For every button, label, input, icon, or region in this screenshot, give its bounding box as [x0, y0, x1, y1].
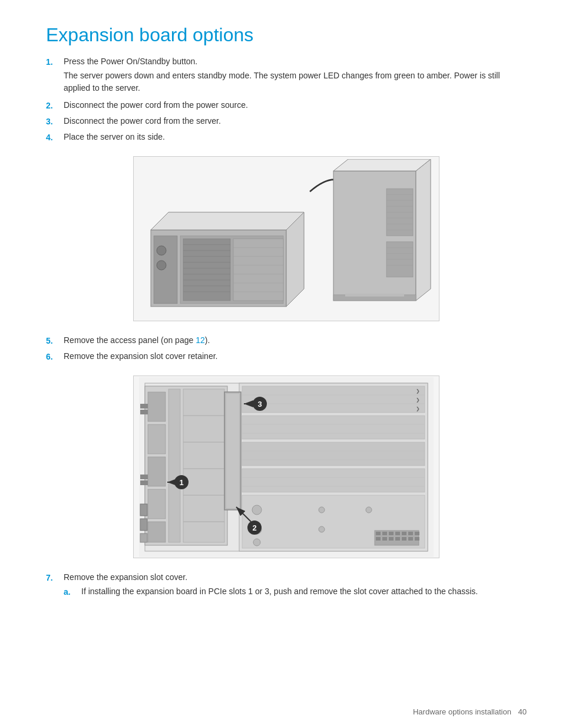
step-2-number: 2. [46, 100, 64, 110]
page-footer: Hardware options installation 40 [413, 707, 527, 716]
step-6: 6. Remove the expansion slot cover retai… [46, 351, 527, 361]
step-2: 2. Disconnect the power cord from the po… [46, 100, 527, 110]
svg-rect-93 [382, 537, 387, 541]
svg-rect-68 [242, 386, 425, 413]
svg-rect-66 [140, 533, 147, 542]
svg-rect-25 [156, 278, 159, 281]
step-1-number: 1. [46, 57, 64, 67]
svg-text:3: 3 [257, 400, 262, 409]
svg-rect-92 [376, 537, 381, 541]
step-7-main: Remove the expansion slot cover. [64, 572, 187, 582]
step-7-number: 7. [46, 572, 64, 582]
svg-rect-74 [242, 416, 425, 439]
svg-rect-88 [395, 532, 400, 535]
svg-point-104 [366, 507, 372, 513]
svg-rect-80 [242, 469, 425, 492]
svg-point-102 [319, 507, 325, 513]
step-7a-text: If installing the expansion board in PCI… [81, 587, 478, 596]
step-5-number: 5. [46, 335, 64, 345]
svg-rect-97 [408, 537, 413, 541]
svg-marker-28 [416, 159, 431, 301]
server-svg [139, 159, 434, 318]
step-4: 4. Place the server on its side. [46, 132, 527, 142]
steps-list-2: 5. Remove the access panel (on page 12).… [46, 335, 527, 361]
step-7a: a. If installing the expansion board in … [64, 587, 527, 597]
svg-rect-15 [233, 239, 283, 301]
footer-left: Hardware options installation [413, 707, 511, 716]
svg-rect-86 [382, 532, 387, 535]
step-5-link[interactable]: 12 [196, 335, 205, 345]
svg-rect-50 [148, 457, 166, 486]
svg-rect-62 [140, 475, 148, 479]
internal-svg: ❯ ❯ ❯ [139, 377, 434, 557]
step-3: 3. Disconnect the power cord from the se… [46, 116, 527, 126]
step-5-main: Remove the access panel (on page 12). [64, 335, 210, 345]
svg-text:1: 1 [179, 478, 183, 487]
svg-rect-87 [389, 532, 394, 535]
footer-right: 40 [518, 707, 527, 716]
svg-point-22 [157, 246, 166, 255]
svg-rect-96 [402, 537, 406, 541]
svg-rect-54 [183, 389, 224, 542]
svg-rect-3 [154, 236, 177, 304]
svg-rect-89 [402, 532, 406, 535]
step-7-substeps: a. If installing the expansion board in … [64, 587, 527, 597]
svg-point-101 [253, 539, 260, 546]
svg-rect-44 [345, 294, 404, 297]
svg-rect-52 [148, 522, 166, 542]
svg-rect-65 [140, 519, 147, 531]
server-diagram [133, 156, 439, 321]
svg-text:❯: ❯ [416, 406, 420, 411]
svg-text:❯: ❯ [416, 397, 420, 403]
svg-rect-61 [140, 410, 148, 414]
steps-list: 1. Press the Power On/Standby button. Th… [46, 57, 527, 142]
step-1: 1. Press the Power On/Standby button. Th… [46, 57, 527, 94]
svg-rect-77 [242, 442, 425, 466]
step-7a-letter: a. [64, 587, 81, 597]
svg-rect-91 [415, 532, 419, 535]
svg-point-103 [319, 526, 325, 532]
svg-rect-60 [140, 404, 148, 409]
step-3-main: Disconnect the power cord from the serve… [64, 116, 221, 126]
svg-rect-49 [148, 424, 166, 454]
svg-marker-29 [333, 159, 431, 171]
internal-diagram: ❯ ❯ ❯ [133, 375, 439, 558]
step-2-main: Disconnect the power cord from the power… [64, 100, 248, 110]
svg-rect-90 [408, 532, 413, 535]
step-1-sub: The server powers down and enters standb… [64, 70, 527, 94]
step-5: 5. Remove the access panel (on page 12). [46, 335, 527, 345]
step-6-number: 6. [46, 351, 64, 361]
svg-rect-51 [148, 489, 166, 519]
step-4-number: 4. [46, 132, 64, 142]
svg-rect-53 [168, 389, 180, 542]
step-4-main: Place the server on its side. [64, 132, 165, 141]
svg-rect-106 [226, 394, 239, 508]
steps-list-3: 7. Remove the expansion slot cover. a. I… [46, 572, 527, 601]
server-diagram-container [46, 156, 527, 321]
svg-point-99 [252, 505, 262, 515]
svg-marker-2 [151, 212, 304, 230]
svg-rect-5 [183, 239, 230, 301]
svg-rect-94 [389, 537, 394, 541]
svg-rect-98 [415, 537, 419, 541]
svg-text:❯: ❯ [416, 388, 420, 394]
svg-text:2: 2 [252, 523, 256, 532]
svg-rect-24 [156, 274, 159, 276]
step-7: 7. Remove the expansion slot cover. a. I… [46, 572, 527, 601]
step-6-main: Remove the expansion slot cover retainer… [64, 351, 217, 361]
step-1-main: Press the Power On/Standby button. [64, 57, 197, 66]
internal-diagram-container: ❯ ❯ ❯ [46, 375, 527, 558]
svg-point-23 [157, 261, 166, 270]
svg-rect-48 [148, 392, 166, 421]
svg-rect-63 [140, 480, 148, 485]
svg-rect-64 [140, 504, 147, 516]
svg-rect-85 [376, 532, 381, 535]
svg-rect-95 [395, 537, 400, 541]
step-3-number: 3. [46, 116, 64, 126]
page-title: Expansion board options [46, 24, 527, 46]
